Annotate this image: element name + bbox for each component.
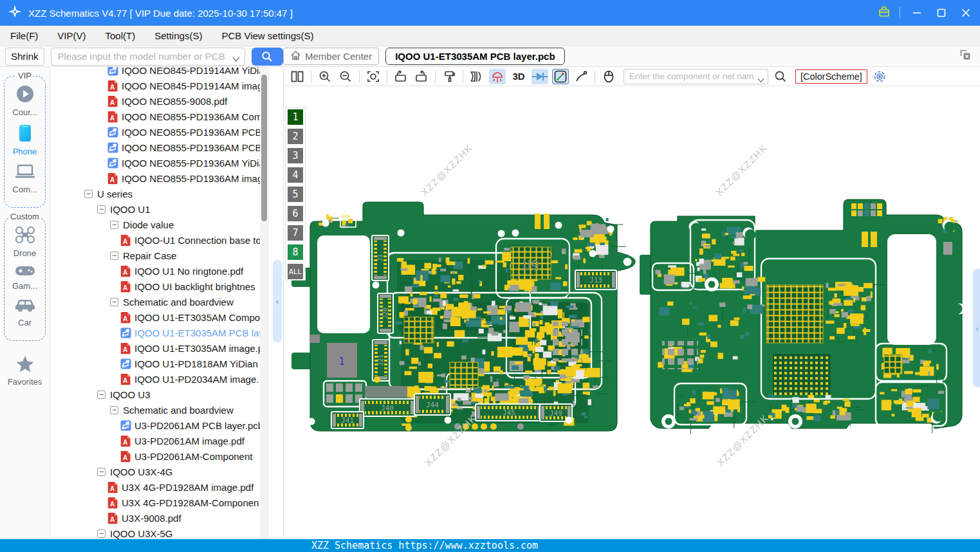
sidebar-group-label: Custom <box>8 212 41 221</box>
chevron-down-icon[interactable] <box>232 53 240 65</box>
tree-file-row[interactable]: AIQOO U1-ET3035AM Compo <box>51 309 283 325</box>
tree-file-row[interactable]: AIQOO UI backlight brightnes <box>51 279 283 294</box>
menu-item-5[interactable]: PCB View settings(S) <box>221 30 313 41</box>
mirror-icon[interactable] <box>468 69 485 84</box>
tree-group-row[interactable]: −IQOO U1 <box>51 201 283 217</box>
sidebar-item-gam[interactable]: Gam... <box>6 264 44 291</box>
collapse-minus-icon[interactable]: − <box>110 252 118 260</box>
tree-group-row[interactable]: −IQOO U3X-5G <box>51 526 283 539</box>
license-icon[interactable] <box>878 5 891 21</box>
menu-item-2[interactable]: VIP(V) <box>57 30 86 41</box>
tree-file-row[interactable]: AU3X 4G-PD1928AM-Componen <box>51 495 283 510</box>
diode-icon[interactable] <box>532 69 548 84</box>
rotate-right-icon[interactable] <box>413 69 430 84</box>
tree-scrollbar-thumb[interactable] <box>261 75 267 221</box>
close-document-icon[interactable] <box>959 48 972 64</box>
collapse-minus-icon[interactable]: − <box>110 298 118 306</box>
tree-group-row[interactable]: −U series <box>51 186 283 201</box>
lamp-icon[interactable] <box>489 69 506 84</box>
sidebar-item-com[interactable]: Com... <box>6 163 44 194</box>
tree-file-row[interactable]: AU3X 4G-PD1928AM image.pdf <box>51 479 283 495</box>
tree-file-row[interactable]: IQOO NEO855-PD1936AM YiDia <box>51 155 283 170</box>
tree-file-row[interactable]: AIQOO NEO855-PD1936AM Com <box>51 109 283 124</box>
sidebar-item-cour[interactable]: Cour... <box>6 84 44 117</box>
collapse-tree-handle[interactable]: ‹ <box>273 260 282 342</box>
collapse-minus-icon[interactable]: − <box>110 221 118 229</box>
maximize-button[interactable] <box>934 5 949 21</box>
shrink-button[interactable]: Shrink <box>5 48 44 66</box>
collapse-right-handle[interactable]: ‹ <box>973 269 980 387</box>
member-center-button[interactable]: Member Center <box>283 48 379 65</box>
layer-button-8[interactable]: 8 <box>288 244 303 260</box>
tree-file-row[interactable]: IQOO NEO855-PD1936AM PCB <box>51 140 283 155</box>
collapse-minus-icon[interactable]: − <box>97 205 106 214</box>
rotate-left-icon[interactable] <box>393 69 409 84</box>
tree-group-row[interactable]: −IQOO U3X-4G <box>51 464 283 479</box>
mouse-icon[interactable] <box>600 69 617 84</box>
tree-file-row[interactable]: AU3-PD2061AM-Component <box>51 448 283 464</box>
tree-file-row[interactable]: AIQOO NEO855-9008.pdf <box>51 93 283 109</box>
collapse-minus-icon[interactable]: − <box>97 468 106 476</box>
net-search-icon[interactable] <box>772 69 789 84</box>
model-search-button[interactable] <box>252 48 283 66</box>
tree-file-row[interactable]: AIQOO-U1 Connection base to <box>51 232 283 248</box>
layer-button-5[interactable]: 5 <box>288 187 303 202</box>
tree-group-row[interactable]: −IQOO U3 <box>51 387 283 402</box>
tree-file-row[interactable]: IQOO NEO855-PD1936AM PCB <box>51 124 283 140</box>
tree-file-row[interactable]: AIQOO NEO845-PD1914AM imag <box>51 78 283 93</box>
layer-button-7[interactable]: 7 <box>288 225 303 241</box>
zoom-in-icon[interactable] <box>317 69 333 84</box>
tree-group-row[interactable]: −Diode value <box>51 217 283 232</box>
tree-file-row[interactable]: AU3-PD2061AM image.pdf <box>51 433 283 448</box>
chevron-down-icon[interactable] <box>757 74 764 86</box>
tree-file-row[interactable]: AIQOO U1-PD2034AM image. <box>51 371 283 387</box>
zoom-out-icon[interactable] <box>337 69 354 84</box>
layer-button-1[interactable]: 1 <box>288 109 303 125</box>
tree-file-row[interactable]: AIQOO NEO855-PD1936AM imag <box>51 170 283 186</box>
collapse-minus-icon[interactable]: − <box>97 529 106 538</box>
tree-file-row[interactable]: AU3X-9008.pdf <box>51 510 283 526</box>
layer-button-4[interactable]: 4 <box>288 167 303 183</box>
menu-item-4[interactable]: Settings(S) <box>154 30 202 41</box>
sidebar-item-drone[interactable]: Drone <box>6 225 44 258</box>
tree-group-row[interactable]: −Schematic and boardview <box>51 294 283 309</box>
layer-button-2[interactable]: 2 <box>288 129 303 144</box>
collapse-minus-icon[interactable]: − <box>84 190 93 198</box>
tree-file-row[interactable]: IQOO U1-PD1818AM YiDian <box>51 356 283 371</box>
jumper-wire-icon[interactable] <box>573 69 589 84</box>
layer-button-all[interactable]: ALL <box>288 264 303 279</box>
collapse-minus-icon[interactable]: − <box>97 391 106 399</box>
eye-icon[interactable] <box>871 69 888 84</box>
document-tab[interactable]: IQOO U1-ET3035AM PCB layer.pcb <box>385 48 564 65</box>
minimize-button[interactable] <box>909 5 925 21</box>
colorscheme-button[interactable]: [ColorScheme] <box>795 69 867 84</box>
sidebar-item-favorites[interactable]: Favorites <box>0 355 50 387</box>
tree-scrollbar[interactable] <box>260 67 269 539</box>
net-search-input[interactable] <box>624 69 768 84</box>
connector-j44: J44 <box>414 394 450 415</box>
close-button[interactable] <box>958 5 974 21</box>
paint-icon[interactable] <box>441 69 458 84</box>
layer-button-3[interactable]: 3 <box>288 148 303 163</box>
tree-file-row[interactable]: IQOO NEO845-PD1914AM YiDia <box>51 67 283 78</box>
tree-file-row[interactable]: IQOO U1-ET3035AM PCB lay <box>51 325 283 340</box>
sidebar-item-phone[interactable]: Phone <box>6 124 44 156</box>
drone-icon <box>6 225 44 247</box>
view-3d-button[interactable]: 3D <box>510 71 528 82</box>
split-view-icon[interactable] <box>289 69 306 84</box>
tree-file-row[interactable]: U3-PD2061AM PCB layer.pcb <box>51 418 283 433</box>
fit-view-icon[interactable] <box>365 69 382 84</box>
layer-button-6[interactable]: 6 <box>288 206 303 221</box>
menu-item-3[interactable]: Tool(T) <box>106 30 136 41</box>
tree-group-row[interactable]: −Schematic and boardview <box>51 402 283 418</box>
model-search-input[interactable] <box>51 48 245 66</box>
tree-file-row[interactable]: AIQOO U1-ET3035AM image.p <box>51 340 283 356</box>
pcb-board-image[interactable]: J1J20J21J13J40J41J44J45J49U91XZZ@XZZHKXZ… <box>284 86 980 538</box>
collapse-minus-icon[interactable]: − <box>110 406 118 414</box>
pcb-viewport[interactable]: J1J20J21J13J40J41J44J45J49U91XZZ@XZZHKXZ… <box>284 86 980 538</box>
menu-item-1[interactable]: File(F) <box>10 30 38 41</box>
tree-group-row[interactable]: −Repair Case <box>51 248 283 263</box>
sidebar-item-car[interactable]: Car <box>6 297 44 327</box>
measure-icon[interactable] <box>552 69 569 84</box>
tree-file-row[interactable]: AIQOO U1 No ringtone.pdf <box>51 263 283 279</box>
